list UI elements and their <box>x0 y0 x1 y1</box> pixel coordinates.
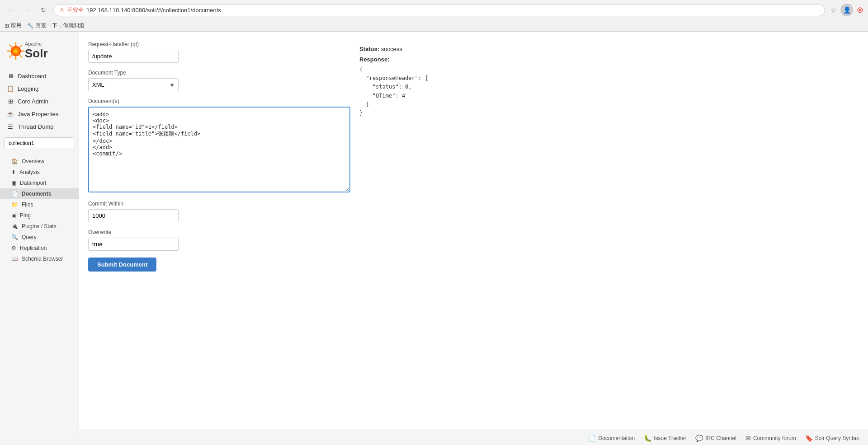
documents-textarea[interactable]: <add> <doc> <field name="id">1</field> <… <box>88 107 350 192</box>
sub-nav-dataimport[interactable]: ▣ Dataimport <box>0 178 79 188</box>
document-type-select[interactable]: XML JSON CSV Document Builder <box>88 78 179 91</box>
status-value: success <box>381 46 402 52</box>
bookmarks-bar: ⊞ 应用 🔧 百度一下，你就知道 <box>0 20 868 32</box>
dataimport-icon: ▣ <box>11 180 16 186</box>
sidebar-item-thread-dump[interactable]: ☰ Thread Dump <box>0 120 79 133</box>
url-text[interactable]: 192.168.110.140:8080/solr/#/collection1/… <box>86 7 221 14</box>
insecure-label: 不安全 <box>67 6 84 14</box>
plugins-label: Plugins / Stats <box>22 223 57 230</box>
request-handler-group: Request-Handler (qt) <box>88 41 350 63</box>
sidebar-dashboard-label: Dashboard <box>18 73 47 80</box>
sub-nav-schema-browser[interactable]: 📖 Schema Browser <box>0 253 79 264</box>
submit-document-button[interactable]: Submit Document <box>88 258 156 272</box>
documentation-label: Documentation <box>598 435 635 441</box>
collection-selector[interactable]: collection1 <box>5 137 74 149</box>
profile-icon[interactable]: 👤 <box>840 4 853 16</box>
warning-icon: ⚠ <box>59 7 65 14</box>
issue-tracker-link[interactable]: 🐛 Issue Tracker <box>644 435 686 442</box>
files-label: Files <box>22 201 33 208</box>
overwrite-label: Overwrite <box>88 229 350 235</box>
sub-nav-replication[interactable]: ⚙ Replication <box>0 243 79 253</box>
community-forum-link[interactable]: ✉ Community forum <box>745 435 796 442</box>
issue-tracker-label: Issue Tracker <box>654 435 686 441</box>
response-content: { "responseHeader": { "status": 0, "QTim… <box>359 66 859 117</box>
apps-label: 应用 <box>11 22 22 29</box>
svg-point-0 <box>11 46 21 56</box>
irc-channel-label: IRC Channel <box>705 435 736 441</box>
form-section: Request-Handler (qt) Document Type XML J… <box>88 41 350 420</box>
solr-query-syntax-link[interactable]: 🔖 Solr Query Syntax <box>805 435 859 442</box>
documents-group: Document(s) <add> <doc> <field name="id"… <box>88 98 350 194</box>
sub-nav-plugins-stats[interactable]: 🔌 Plugins / Stats <box>0 221 79 232</box>
request-handler-label: Request-Handler (qt) <box>88 41 350 47</box>
baidu-bookmark[interactable]: 🔧 百度一下，你就知道 <box>27 22 85 29</box>
documentation-link[interactable]: 📄 Documentation <box>588 435 635 442</box>
svg-line-5 <box>9 45 12 47</box>
browser-toolbar: ← → ↻ ⚠ 不安全 192.168.110.140:8080/solr/#/… <box>0 0 868 20</box>
svg-line-7 <box>20 45 22 47</box>
favorites-icon[interactable]: ☆ <box>830 6 837 14</box>
commit-within-label: Commit Within <box>88 201 350 207</box>
main-content: Request-Handler (qt) Document Type XML J… <box>79 32 868 445</box>
solr-logo-text: Apache Solr <box>25 41 48 61</box>
overwrite-input[interactable] <box>88 238 179 251</box>
baidu-icon: 🔧 <box>27 23 34 29</box>
thread-dump-icon: ☰ <box>7 123 14 130</box>
response-label: Response: <box>359 56 859 63</box>
replication-icon: ⚙ <box>11 245 16 251</box>
sub-nav-documents[interactable]: 📄 Documents <box>0 188 79 199</box>
overview-label: Overview <box>22 158 44 164</box>
analysis-label: Analysis <box>19 169 40 175</box>
apps-bookmark[interactable]: ⊞ 应用 <box>5 22 22 29</box>
sub-nav-overview[interactable]: 🏠 Overview <box>0 156 79 167</box>
java-properties-icon: ☕ <box>7 110 14 117</box>
core-admin-icon: ⊞ <box>7 98 14 105</box>
reload-button[interactable]: ↻ <box>37 4 50 16</box>
issue-tracker-icon: 🐛 <box>644 435 651 442</box>
documents-panel: Request-Handler (qt) Document Type XML J… <box>79 32 868 429</box>
files-icon: 📁 <box>11 201 18 208</box>
overview-icon: 🏠 <box>11 158 18 164</box>
sub-nav-files[interactable]: 📁 Files <box>0 199 79 210</box>
documents-textarea-label: Document(s) <box>88 98 350 104</box>
solr-sun-logo <box>7 42 25 60</box>
collection-sub-nav: 🏠 Overview ⬇ Analysis ▣ Dataimport 📄 Doc… <box>0 156 79 264</box>
logo-area: Apache Solr <box>0 37 79 70</box>
document-type-select-wrapper: XML JSON CSV Document Builder ▼ <box>88 78 179 91</box>
response-section: Status: success Response: { "responseHea… <box>359 41 859 420</box>
close-icon[interactable]: ⊗ <box>857 5 863 15</box>
schema-browser-icon: 📖 <box>11 256 18 262</box>
commit-within-group: Commit Within <box>88 201 350 222</box>
document-type-label: Document Type <box>88 70 350 76</box>
solr-query-syntax-label: Solr Query Syntax <box>815 435 859 441</box>
sub-nav-query[interactable]: 🔍 Query <box>0 232 79 243</box>
browser-chrome: ← → ↻ ⚠ 不安全 192.168.110.140:8080/solr/#/… <box>0 0 868 32</box>
sidebar-nav: 🖥 Dashboard 📋 Logging ⊞ Core Admin ☕ Jav… <box>0 70 79 133</box>
request-handler-input[interactable] <box>88 50 179 63</box>
irc-channel-icon: 💬 <box>695 435 703 442</box>
sidebar-item-logging[interactable]: 📋 Logging <box>0 82 79 95</box>
overwrite-group: Overwrite <box>88 229 350 251</box>
forward-button[interactable]: → <box>21 4 33 16</box>
back-button[interactable]: ← <box>5 4 17 16</box>
community-forum-icon: ✉ <box>745 435 751 442</box>
sidebar-java-properties-label: Java Properties <box>18 111 58 117</box>
sidebar-item-dashboard[interactable]: 🖥 Dashboard <box>0 70 79 82</box>
dashboard-icon: 🖥 <box>7 72 14 80</box>
apps-grid-icon: ⊞ <box>5 23 9 29</box>
commit-within-input[interactable] <box>88 209 179 222</box>
app-container: Apache Solr 🖥 Dashboard 📋 Logging ⊞ Core… <box>0 32 868 445</box>
sub-nav-ping[interactable]: ▣ Ping <box>0 210 79 221</box>
ping-label: Ping <box>20 212 31 219</box>
schema-browser-label: Schema Browser <box>22 256 63 262</box>
replication-label: Replication <box>20 245 47 251</box>
sidebar-thread-dump-label: Thread Dump <box>18 123 53 130</box>
collection-select[interactable]: collection1 <box>5 137 74 149</box>
document-type-group: Document Type XML JSON CSV Document Buil… <box>88 70 350 91</box>
sidebar-item-java-properties[interactable]: ☕ Java Properties <box>0 108 79 120</box>
community-forum-label: Community forum <box>753 435 796 441</box>
sub-nav-analysis[interactable]: ⬇ Analysis <box>0 167 79 178</box>
logging-icon: 📋 <box>7 85 14 92</box>
sidebar-item-core-admin[interactable]: ⊞ Core Admin <box>0 95 79 108</box>
irc-channel-link[interactable]: 💬 IRC Channel <box>695 435 736 442</box>
